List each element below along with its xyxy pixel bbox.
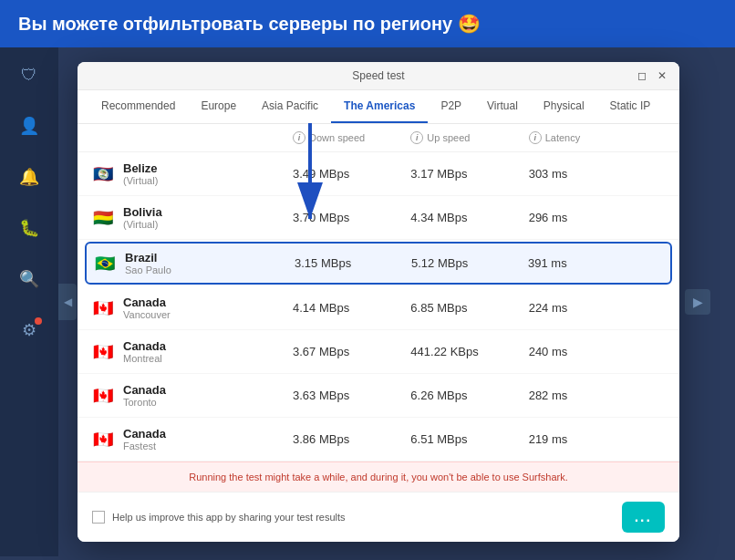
country-cell: 🇨🇦 Canada Montreal [92, 339, 293, 364]
country-name: Canada [123, 339, 166, 353]
share-results-checkbox[interactable] [92, 511, 105, 524]
banner-text: Вы можете отфильтровать серверы по регио… [18, 13, 481, 35]
up-speed-value: 441.22 KBps [410, 345, 528, 358]
table-row[interactable]: 🇨🇦 Canada Fastest 3.86 MBps 6.51 MBps 21… [78, 418, 679, 461]
latency-value: 391 ms [528, 256, 645, 270]
close-button[interactable]: ✕ [656, 69, 668, 82]
country-info: Canada Toronto [123, 383, 166, 408]
down-speed-value: 3.86 MBps [293, 432, 410, 446]
country-cell: 🇧🇴 Bolivia (Virtual) [92, 205, 293, 230]
right-panel: ▶ [679, 278, 716, 326]
tab-bar: Recommended Europe Asia Pacific The Amer… [78, 90, 679, 124]
header-latency: i Latency [529, 131, 647, 144]
down-speed-value: 4.14 MBps [293, 301, 410, 315]
country-name: Canada [123, 296, 171, 309]
country-info: Belize (Virtual) [123, 161, 158, 186]
country-info: Brazil Sao Paulo [125, 251, 171, 275]
flag-icon: 🇧🇿 [92, 166, 114, 182]
latency-value: 282 ms [529, 389, 647, 402]
country-name: Brazil [125, 251, 171, 264]
checkbox-wrapper: Help us improve this app by sharing your… [92, 511, 346, 524]
share-results-label: Help us improve this app by sharing your… [112, 512, 346, 523]
header-up-speed: i Up speed [410, 131, 528, 144]
country-name: Bolivia [123, 205, 162, 219]
tab-p2p[interactable]: P2P [428, 90, 474, 123]
more-button[interactable]: ... [622, 502, 665, 533]
flag-icon: 🇨🇦 [92, 388, 114, 404]
header-up-label: Up speed [427, 132, 470, 143]
flag-icon: 🇧🇴 [92, 210, 114, 226]
modal-title: Speed test [352, 69, 404, 82]
country-sub: Sao Paulo [125, 264, 171, 275]
country-name: Canada [123, 383, 166, 397]
country-info: Canada Vancouver [123, 296, 171, 320]
country-sub: Fastest [123, 441, 166, 451]
table-body: 🇧🇿 Belize (Virtual) 3.49 MBps 3.17 MBps … [78, 152, 679, 461]
table-row[interactable]: 🇧🇴 Bolivia (Virtual) 3.70 MBps 4.34 MBps… [78, 196, 679, 240]
header-latency-label: Latency [545, 132, 581, 143]
country-name: Canada [123, 427, 166, 441]
table-row[interactable]: 🇧🇷 Brazil Sao Paulo 3.15 MBps 5.12 MBps … [85, 242, 672, 285]
sidebar-icon-shield[interactable]: 🛡 [13, 58, 46, 91]
content-area: ◀ Speed test ◻ ✕ Recommended Europe Asia… [58, 47, 735, 556]
down-speed-value: 3.15 MBps [295, 256, 411, 270]
country-sub: (Virtual) [123, 175, 158, 186]
country-sub: Vancouver [123, 309, 171, 320]
modal-titlebar: Speed test ◻ ✕ [78, 62, 679, 90]
speed-test-modal: Speed test ◻ ✕ Recommended Europe Asia P… [78, 62, 679, 542]
sidebar-icon-settings[interactable]: ⚙ [13, 314, 46, 347]
tab-the-americas[interactable]: The Americas [331, 90, 428, 123]
country-cell: 🇧🇿 Belize (Virtual) [92, 161, 293, 186]
down-speed-info-icon[interactable]: i [293, 131, 305, 144]
header-down-speed: i Down speed [293, 131, 410, 144]
right-expand-button[interactable]: ▶ [685, 289, 710, 315]
tab-static-ip[interactable]: Static IP [597, 90, 664, 123]
up-speed-value: 3.17 MBps [410, 167, 528, 181]
country-info: Canada Fastest [123, 427, 166, 451]
up-speed-value: 6.26 MBps [410, 389, 528, 402]
tab-asia-pacific[interactable]: Asia Pacific [249, 90, 331, 123]
flag-icon: 🇨🇦 [92, 344, 114, 360]
country-sub: (Virtual) [123, 219, 162, 230]
table-row[interactable]: 🇧🇿 Belize (Virtual) 3.49 MBps 3.17 MBps … [78, 152, 679, 196]
country-info: Canada Montreal [123, 339, 166, 364]
latency-value: 240 ms [529, 345, 647, 358]
latency-value: 224 ms [529, 301, 647, 315]
down-speed-value: 3.70 MBps [293, 211, 410, 224]
sidebar-icon-bug[interactable]: 🐛 [13, 212, 46, 244]
up-speed-value: 5.12 MBps [411, 256, 528, 270]
latency-info-icon[interactable]: i [529, 131, 542, 144]
sidebar-icon-user[interactable]: 👤 [13, 109, 46, 142]
flag-icon: 🇨🇦 [92, 300, 114, 316]
up-speed-value: 4.34 MBps [410, 211, 528, 224]
modal-controls: ◻ ✕ [636, 69, 668, 82]
minimize-button[interactable]: ◻ [636, 69, 648, 82]
table-row[interactable]: 🇨🇦 Canada Toronto 3.63 MBps 6.26 MBps 28… [78, 374, 679, 418]
country-cell: 🇨🇦 Canada Fastest [92, 427, 293, 451]
tab-europe[interactable]: Europe [188, 90, 249, 123]
modal-footer: Help us improve this app by sharing your… [78, 492, 679, 542]
country-cell: 🇨🇦 Canada Vancouver [92, 296, 293, 320]
header-down-label: Down speed [309, 132, 365, 143]
flag-icon: 🇧🇷 [94, 255, 116, 272]
country-cell: 🇨🇦 Canada Toronto [92, 383, 293, 408]
up-speed-value: 6.85 MBps [410, 301, 528, 315]
tab-physical[interactable]: Physical [531, 90, 597, 123]
sidebar-icon-bell[interactable]: 🔔 [13, 161, 46, 193]
sidebar: 🛡 👤 🔔 🐛 🔍 ⚙ [0, 47, 58, 556]
latency-value: 296 ms [529, 211, 647, 224]
tab-recommended[interactable]: Recommended [88, 90, 188, 123]
latency-value: 303 ms [529, 167, 647, 181]
country-sub: Toronto [123, 397, 166, 408]
tab-virtual[interactable]: Virtual [474, 90, 531, 123]
table-row[interactable]: 🇨🇦 Canada Montreal 3.67 MBps 441.22 KBps… [78, 330, 679, 374]
country-info: Bolivia (Virtual) [123, 205, 162, 230]
country-name: Belize [123, 161, 158, 175]
up-speed-info-icon[interactable]: i [410, 131, 423, 144]
down-speed-value: 3.67 MBps [293, 345, 410, 358]
collapse-button[interactable]: ◀ [58, 284, 77, 320]
flag-icon: 🇨🇦 [92, 431, 114, 448]
table-row[interactable]: 🇨🇦 Canada Vancouver 4.14 MBps 6.85 MBps … [78, 286, 679, 330]
sidebar-icon-search[interactable]: 🔍 [13, 263, 46, 296]
down-speed-value: 3.49 MBps [293, 167, 410, 181]
